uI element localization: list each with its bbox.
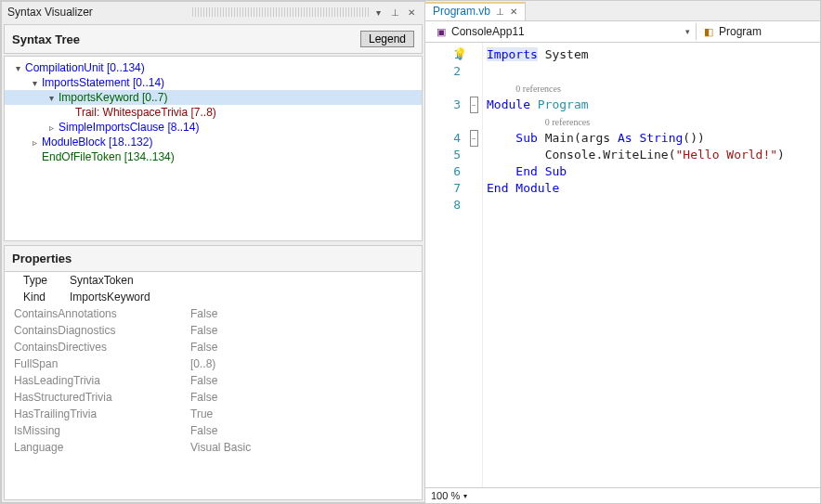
property-row[interactable]: HasLeadingTriviaFalse (5, 372, 422, 389)
property-name: Language (14, 441, 190, 454)
line-number (429, 80, 461, 97)
editor-status-bar: 100 % ▾ (425, 487, 820, 503)
tree-node-label: ImportsStatement [0..14) (42, 76, 164, 89)
property-row[interactable]: ContainsAnnotationsFalse (5, 305, 422, 322)
nav-member-dropdown[interactable]: ◧ Program (696, 23, 816, 40)
expand-icon[interactable]: ▾ (12, 62, 23, 73)
panel-pin-icon[interactable]: ⊥ (387, 5, 402, 19)
fold-gutter: −− (466, 43, 483, 487)
tree-node-label: SimpleImportsClause [8..14) (59, 121, 199, 134)
property-value: [0..8) (190, 357, 215, 370)
panel-close-icon[interactable]: ✕ (404, 5, 419, 19)
code-line[interactable] (487, 197, 785, 213)
line-number: 5 (429, 147, 461, 163)
tree-node-label: ImportsKeyword [0..7) (59, 91, 167, 104)
property-value: False (190, 424, 217, 437)
code-line[interactable]: Console.WriteLine("Hello World!") (487, 147, 785, 163)
panel-menu-icon[interactable]: ▾ (371, 5, 385, 19)
nav-member-label: Program (719, 25, 762, 38)
tree-title: Syntax Tree (12, 32, 360, 46)
fold-cell (466, 197, 482, 213)
code-line[interactable]: End Module (487, 180, 785, 197)
tree-node-label: Trail: WhitespaceTrivia [7..8) (75, 106, 216, 119)
fold-cell (466, 80, 482, 97)
property-row[interactable]: HasStructuredTriviaFalse (5, 389, 422, 406)
code-line[interactable]: 0 references (487, 80, 785, 97)
line-number-gutter: 12345678 (425, 43, 466, 487)
fold-icon[interactable]: − (470, 130, 478, 147)
tree-node[interactable]: ▹ModuleBlock [18..132) (5, 135, 422, 149)
properties-grid[interactable]: TypeSyntaxTokenKindImportsKeywordContain… (4, 272, 423, 500)
tree-node[interactable]: ▹SimpleImportsClause [8..14) (5, 120, 422, 135)
project-icon: ▣ (435, 25, 448, 38)
fold-cell: − (466, 97, 482, 113)
line-number (429, 113, 461, 130)
property-value: ImportsKeyword (70, 291, 150, 304)
tab-close-icon[interactable]: ✕ (510, 6, 517, 17)
lightbulb-icon[interactable]: 💡 (453, 47, 467, 60)
line-number: 8 (429, 197, 461, 213)
property-name: Kind (23, 291, 70, 304)
nav-project-label: ConsoleApp11 (451, 25, 525, 38)
expand-icon[interactable]: ▹ (29, 136, 40, 148)
panel-grip[interactable] (192, 7, 370, 17)
property-name: HasLeadingTrivia (14, 374, 190, 387)
property-value: False (190, 324, 217, 337)
line-number: 3 (429, 97, 461, 113)
code-line[interactable]: Module Program (487, 97, 785, 113)
line-number: 6 (429, 163, 461, 180)
code-line[interactable]: Sub Main(args As String()) (487, 130, 785, 147)
expand-icon[interactable]: ▾ (46, 92, 57, 103)
tree-node[interactable]: EndOfFileToken [134..134) (5, 149, 422, 164)
property-name: ContainsDirectives (14, 341, 190, 354)
property-value: True (190, 407, 213, 420)
property-value: False (190, 307, 217, 320)
syntax-tree[interactable]: ▾CompilationUnit [0..134)▾ImportsStateme… (4, 56, 423, 241)
properties-header: Properties (4, 245, 423, 272)
fold-cell (466, 147, 482, 163)
nav-project-dropdown[interactable]: ▣ ConsoleApp11 ▾ (429, 23, 696, 40)
code-editor[interactable]: 💡 12345678 −− Imports System 0 reference… (425, 43, 820, 487)
tree-node[interactable]: ▾CompilationUnit [0..134) (5, 60, 422, 75)
line-number: 7 (429, 180, 461, 197)
property-row[interactable]: TypeSyntaxToken (5, 272, 422, 289)
property-row[interactable]: FullSpan[0..8) (5, 355, 422, 372)
code-editor-panel: Program.vb ⊥ ✕ ▣ ConsoleApp11 ▾ ◧ Progra… (425, 1, 820, 503)
code-line[interactable] (487, 63, 785, 80)
zoom-level[interactable]: 100 % (431, 490, 460, 501)
property-row[interactable]: LanguageVisual Basic (5, 439, 422, 456)
tree-node[interactable]: ▾ImportsStatement [0..14) (5, 75, 422, 90)
panel-title-text: Syntax Visualizer (7, 6, 185, 19)
property-row[interactable]: KindImportsKeyword (5, 289, 422, 305)
legend-button[interactable]: Legend (360, 31, 414, 47)
property-row[interactable]: ContainsDirectivesFalse (5, 339, 422, 355)
property-row[interactable]: IsMissingFalse (5, 422, 422, 439)
property-value: False (190, 391, 217, 404)
editor-nav-bar: ▣ ConsoleApp11 ▾ ◧ Program (425, 21, 820, 43)
expand-icon[interactable] (62, 107, 73, 118)
zoom-dropdown-icon[interactable]: ▾ (463, 492, 467, 500)
code-line[interactable]: 0 references (487, 113, 785, 130)
tree-node-label: ModuleBlock [18..132) (42, 136, 152, 149)
code-line[interactable]: Imports System (487, 46, 785, 63)
expand-icon[interactable]: ▾ (29, 77, 40, 88)
property-value: Visual Basic (190, 441, 251, 454)
property-name: FullSpan (14, 357, 190, 370)
tab-pin-icon[interactable]: ⊥ (496, 6, 504, 17)
editor-tab[interactable]: Program.vb ⊥ ✕ (425, 2, 526, 20)
property-row[interactable]: HasTrailingTriviaTrue (5, 406, 422, 422)
property-row[interactable]: ContainsDiagnosticsFalse (5, 322, 422, 339)
expand-icon[interactable]: ▹ (46, 122, 57, 133)
code-content[interactable]: Imports System 0 referencesModule Progra… (483, 43, 785, 487)
tree-node[interactable]: ▾ImportsKeyword [0..7) (5, 90, 422, 105)
fold-cell (466, 113, 482, 130)
fold-cell: − (466, 130, 482, 147)
tree-node-label: CompilationUnit [0..134) (25, 61, 145, 74)
property-name: ContainsAnnotations (14, 307, 190, 320)
line-number: 4 (429, 130, 461, 147)
expand-icon[interactable] (29, 151, 40, 162)
tree-node[interactable]: Trail: WhitespaceTrivia [7..8) (5, 105, 422, 120)
fold-icon[interactable]: − (470, 97, 478, 113)
code-line[interactable]: End Sub (487, 163, 785, 180)
property-name: ContainsDiagnostics (14, 324, 190, 337)
